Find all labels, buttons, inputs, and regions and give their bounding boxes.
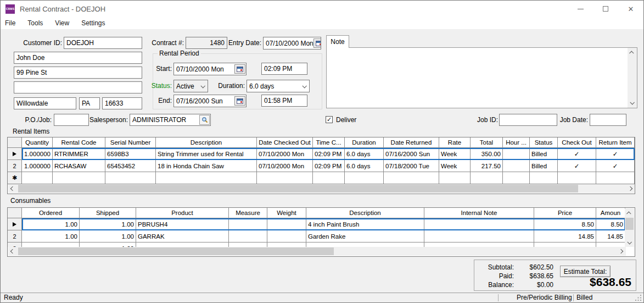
column-header-weight[interactable]: Weight bbox=[267, 208, 306, 218]
scroll-up-icon[interactable] bbox=[629, 51, 634, 55]
column-header-description[interactable]: Description bbox=[156, 137, 257, 148]
end-date-field[interactable]: 07/16/2000 Sun bbox=[173, 95, 247, 107]
scrollbar-thumb[interactable] bbox=[18, 247, 334, 255]
scrollbar-thumb[interactable] bbox=[625, 218, 634, 230]
grid-cell[interactable] bbox=[345, 172, 384, 184]
grid-cell[interactable] bbox=[471, 172, 503, 184]
column-header-date-returned[interactable]: Date Returned bbox=[384, 137, 439, 148]
job-id-field[interactable] bbox=[499, 114, 557, 126]
grid-cell[interactable] bbox=[534, 243, 596, 247]
scroll-up-icon[interactable] bbox=[626, 211, 631, 216]
column-header-total[interactable]: Total bbox=[471, 137, 503, 148]
grid-cell[interactable]: 07/16/2000 Sun bbox=[384, 148, 439, 160]
grid-cell[interactable]: 1.00 bbox=[22, 218, 80, 230]
column-header-rate[interactable]: Rate bbox=[439, 137, 471, 148]
close-button[interactable]: ✕ bbox=[618, 1, 643, 17]
grid-cell[interactable] bbox=[503, 172, 530, 184]
grid-cell[interactable]: 07/18/2000 Tue bbox=[384, 160, 439, 172]
grid-cell[interactable] bbox=[424, 218, 534, 230]
address2-field[interactable] bbox=[14, 81, 142, 93]
grid-cell[interactable]: 6598B3 bbox=[105, 148, 156, 160]
note-textarea[interactable] bbox=[326, 47, 637, 108]
salesperson-field[interactable]: ADMINISTRATOR bbox=[130, 114, 211, 126]
grid-cell[interactable] bbox=[22, 172, 53, 184]
grid-cell[interactable]: 1.00 bbox=[22, 230, 80, 243]
menu-view[interactable]: View bbox=[49, 19, 75, 27]
vertical-scrollbar[interactable] bbox=[625, 208, 634, 247]
column-header-ordered[interactable]: Ordered bbox=[22, 208, 80, 218]
start-date-calendar-button[interactable] bbox=[234, 64, 245, 74]
grid-cell[interactable]: 8.50 bbox=[534, 218, 596, 230]
grid-cell[interactable]: 6.0 days bbox=[345, 160, 384, 172]
scroll-right-icon[interactable] bbox=[619, 249, 623, 254]
grid-cell[interactable]: 6.0 days bbox=[345, 148, 384, 160]
grid-cell[interactable]: 350.00 bbox=[471, 148, 503, 160]
city-field[interactable]: Willowdale bbox=[14, 97, 76, 109]
column-header-return-item[interactable]: Return Item bbox=[596, 137, 635, 148]
horizontal-scrollbar[interactable] bbox=[8, 184, 635, 193]
grid-cell[interactable] bbox=[503, 148, 530, 160]
row-selector[interactable]: 2 bbox=[8, 160, 22, 172]
grid-cell[interactable]: ✓ bbox=[558, 160, 596, 172]
grid-cell[interactable]: Week bbox=[439, 148, 471, 160]
column-header-date-checked-out[interactable]: Date Checked Out bbox=[257, 137, 313, 148]
grid-cell[interactable] bbox=[596, 172, 635, 184]
grid-cell[interactable] bbox=[22, 243, 80, 247]
customer-id-field[interactable]: DOEJOH bbox=[64, 37, 142, 49]
column-header-check-out[interactable]: Check Out bbox=[558, 137, 596, 148]
grid-cell[interactable]: GARRAK bbox=[136, 230, 229, 243]
duration-dropdown[interactable]: 6.0 days bbox=[247, 80, 310, 92]
grid-cell[interactable]: 07/10/2000 Mon bbox=[257, 148, 313, 160]
grid-cell[interactable] bbox=[156, 172, 257, 184]
end-time-field[interactable]: 01:58 PM bbox=[261, 95, 307, 107]
grid-cell[interactable] bbox=[267, 230, 306, 243]
row-selector[interactable]: 3 bbox=[8, 243, 22, 247]
grid-cell[interactable]: 1.00 bbox=[80, 230, 136, 243]
scrollbar-thumb[interactable] bbox=[18, 185, 578, 192]
column-header-status[interactable]: Status bbox=[530, 137, 558, 148]
column-header-product[interactable]: Product bbox=[136, 208, 229, 218]
grid-cell[interactable] bbox=[105, 172, 156, 184]
grid-cell[interactable] bbox=[229, 243, 267, 247]
grid-cell[interactable] bbox=[267, 243, 306, 247]
entry-date-field[interactable]: 07/10/2000 Mon bbox=[263, 37, 321, 49]
grid-cell[interactable] bbox=[306, 243, 424, 247]
grid-cell[interactable] bbox=[257, 172, 313, 184]
grid-cell[interactable]: 1.00 bbox=[80, 218, 136, 230]
grid-cell[interactable]: 02:09 PM bbox=[313, 160, 345, 172]
grid-cell[interactable] bbox=[229, 230, 267, 243]
grid-cell[interactable]: RTRIMMER bbox=[53, 148, 105, 160]
column-header-description[interactable]: Description bbox=[306, 208, 424, 218]
grid-cell[interactable] bbox=[384, 172, 439, 184]
grid-cell[interactable] bbox=[503, 160, 530, 172]
column-header-quantity[interactable]: Quantity bbox=[22, 137, 53, 148]
row-selector[interactable] bbox=[8, 218, 22, 230]
grid-cell[interactable]: 18 in Honda Chain Saw bbox=[156, 160, 257, 172]
scroll-right-icon[interactable] bbox=[628, 186, 632, 191]
end-date-calendar-button[interactable] bbox=[234, 96, 245, 106]
grid-cell[interactable]: 1.00 bbox=[80, 243, 136, 247]
job-date-field[interactable] bbox=[590, 114, 626, 126]
scroll-left-icon[interactable] bbox=[10, 186, 15, 191]
grid-cell[interactable]: 1.000000 bbox=[22, 160, 53, 172]
salesperson-lookup-button[interactable] bbox=[199, 115, 210, 125]
customer-name-field[interactable]: John Doe bbox=[14, 52, 142, 64]
grid-cell[interactable] bbox=[439, 172, 471, 184]
column-header-internal-note[interactable]: Internal Note bbox=[424, 208, 534, 218]
grid-cell[interactable]: 02:09 PM bbox=[313, 148, 345, 160]
column-header-measure[interactable]: Measure bbox=[229, 208, 267, 218]
contract-number-field[interactable]: 1480 bbox=[186, 37, 227, 49]
grid-cell[interactable]: Garden Rake bbox=[306, 230, 424, 243]
column-header-time-c[interactable]: Time C... bbox=[313, 137, 345, 148]
menu-tools[interactable]: Tools bbox=[21, 19, 49, 27]
grid-cell[interactable]: 8.50 bbox=[596, 218, 625, 230]
grid-cell[interactable]: 4 inch Paint Brush bbox=[306, 218, 424, 230]
grid-cell[interactable]: 14.85 bbox=[596, 230, 625, 243]
tab-note[interactable]: Note bbox=[326, 35, 349, 48]
state-field[interactable]: PA bbox=[79, 97, 100, 109]
grid-cell[interactable] bbox=[136, 243, 229, 247]
column-header-rental-code[interactable]: Rental Code bbox=[53, 137, 105, 148]
scroll-down-icon[interactable] bbox=[630, 100, 634, 104]
po-job-field[interactable] bbox=[54, 114, 89, 126]
grid-cell[interactable] bbox=[558, 172, 596, 184]
